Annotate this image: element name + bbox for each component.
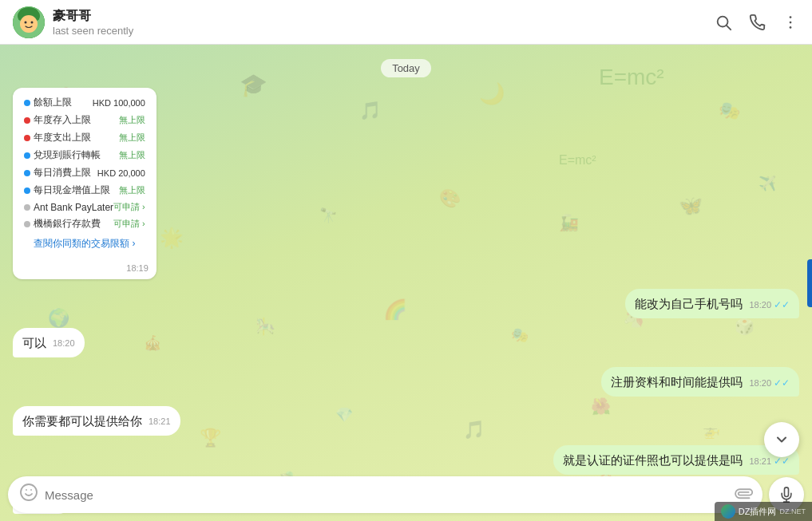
message-bubble-right: 就是认证的证件照也可以提供是吗 18:21 ✓✓ bbox=[553, 445, 799, 475]
card-row-4: 每日消費上限 HKD 20,000 bbox=[24, 166, 145, 180]
message-meta: 18:20 bbox=[53, 337, 75, 349]
contact-status: last seen recently bbox=[53, 25, 715, 37]
dot-icon bbox=[24, 100, 30, 106]
date-label: Today bbox=[381, 59, 431, 77]
chat-scroll: Today 餘額上限 HKD 100,000 bbox=[0, 45, 812, 521]
card-row-1: 年度存入上限 無上限 bbox=[24, 113, 145, 127]
card-row-0: 餘額上限 HKD 100,000 bbox=[24, 96, 145, 109]
svg-point-10 bbox=[790, 21, 792, 23]
svg-point-4 bbox=[20, 15, 38, 33]
message-bubble-right: 注册资料和时间能提供吗 18:20 ✓✓ bbox=[601, 367, 799, 397]
watermark-sub: DZ.NET bbox=[780, 507, 806, 515]
message-meta: 18:20 ✓✓ bbox=[749, 298, 790, 312]
svg-point-44 bbox=[21, 484, 37, 500]
date-divider: Today bbox=[13, 61, 799, 75]
chat-header: 豪哥哥 last seen recently bbox=[0, 0, 812, 45]
table-row: 能改为自己手机号吗 18:20 ✓✓ bbox=[13, 289, 799, 318]
table-row: 你需要都可以提供给你 18:21 bbox=[13, 406, 799, 436]
dot-icon bbox=[24, 204, 30, 211]
avatar[interactable] bbox=[13, 6, 45, 38]
avatar-image bbox=[13, 6, 45, 38]
card-timestamp: 18:19 bbox=[13, 260, 156, 279]
dot-icon bbox=[24, 170, 30, 176]
message-meta: 18:20 ✓✓ bbox=[749, 377, 790, 390]
message-time: 18:20 bbox=[53, 337, 75, 349]
scroll-down-button[interactable] bbox=[764, 422, 799, 457]
message-text: 就是认证的证件照也可以提供是吗 bbox=[563, 453, 743, 467]
dot-icon bbox=[24, 152, 30, 159]
dot-icon bbox=[24, 117, 30, 124]
read-receipts-icon: ✓✓ bbox=[774, 377, 790, 390]
message-input-box bbox=[8, 476, 762, 513]
svg-point-5 bbox=[25, 21, 27, 23]
more-options-icon[interactable] bbox=[782, 14, 799, 31]
svg-point-11 bbox=[790, 26, 792, 29]
card-row-6: Ant Bank PayLater 可申請 › bbox=[24, 201, 145, 213]
watermark-logo bbox=[721, 504, 735, 519]
search-icon[interactable] bbox=[715, 14, 732, 31]
table-row: 注册资料和时间能提供吗 18:20 ✓✓ bbox=[13, 367, 799, 397]
dot-icon bbox=[24, 135, 30, 141]
message-time: 18:20 bbox=[749, 299, 771, 311]
dot-icon bbox=[24, 187, 30, 194]
watermark: DZ插件网 DZ.NET bbox=[715, 502, 812, 521]
message-text: 可以 bbox=[22, 336, 46, 349]
message-time: 18:21 bbox=[749, 456, 771, 468]
read-receipts-icon: ✓✓ bbox=[774, 298, 790, 312]
message-text: 注册资料和时间能提供吗 bbox=[611, 375, 743, 389]
input-bar bbox=[8, 476, 804, 513]
svg-point-9 bbox=[790, 16, 792, 18]
message-text: 能改为自己手机号吗 bbox=[635, 297, 743, 310]
message-time: 18:20 bbox=[749, 377, 771, 389]
contact-name: 豪哥哥 bbox=[53, 8, 715, 25]
contact-info: 豪哥哥 last seen recently bbox=[53, 8, 715, 37]
card-bubble: 餘額上限 HKD 100,000 年度存入上限 無上限 bbox=[13, 88, 156, 279]
table-row: 餘額上限 HKD 100,000 年度存入上限 無上限 bbox=[13, 88, 799, 279]
card-link[interactable]: 查閱你同類的交易限額 › bbox=[24, 237, 145, 251]
chat-area: 🚀 ⭐ 🎓 🎵 🌙 E=mc² 🎭 🎯 🌟 🔭 🎨 🚂 🦋 ✈️ 🌍 🎪 🎠 🌈… bbox=[0, 45, 812, 521]
card-row-3: 兌現到賬行轉帳 無上限 bbox=[24, 148, 145, 162]
svg-point-6 bbox=[31, 21, 34, 23]
table-row: 可以 18:20 bbox=[13, 328, 799, 357]
message-input[interactable] bbox=[45, 488, 727, 502]
table-row: 就是认证的证件照也可以提供是吗 18:21 ✓✓ bbox=[13, 445, 799, 475]
message-text: 你需要都可以提供给你 bbox=[22, 414, 142, 428]
sidebar-scroll-indicator bbox=[807, 259, 812, 307]
message-bubble-left: 可以 18:20 bbox=[13, 328, 85, 357]
card-content: 餘額上限 HKD 100,000 年度存入上限 無上限 bbox=[13, 88, 156, 260]
card-row-7: 機橋銀行存款費 可申請 › bbox=[24, 217, 145, 231]
card-row-5: 每日現金增值上限 無上限 bbox=[24, 184, 145, 197]
card-row-2: 年度支出上限 無上限 bbox=[24, 131, 145, 144]
message-bubble-left: 你需要都可以提供给你 18:21 bbox=[13, 406, 180, 436]
header-actions bbox=[715, 14, 799, 31]
emoji-icon[interactable] bbox=[19, 483, 38, 507]
message-meta: 18:21 bbox=[149, 416, 171, 428]
svg-line-8 bbox=[727, 26, 731, 30]
call-icon[interactable] bbox=[748, 14, 766, 31]
dot-icon bbox=[24, 221, 30, 227]
message-bubble-right: 能改为自己手机号吗 18:20 ✓✓ bbox=[625, 289, 799, 318]
watermark-text: DZ插件网 bbox=[739, 506, 777, 518]
message-time: 18:21 bbox=[149, 416, 171, 428]
